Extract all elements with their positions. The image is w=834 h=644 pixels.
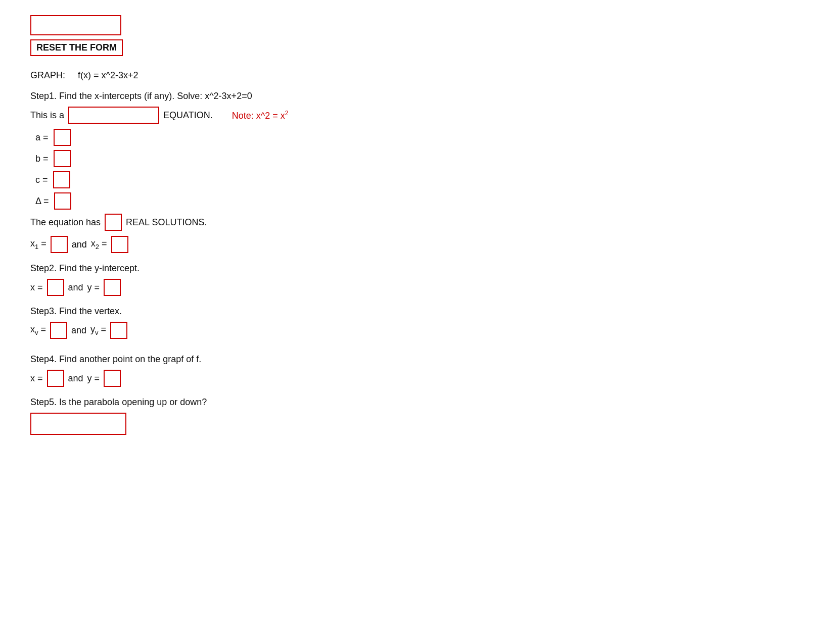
step3-xv-label: xv = [30, 324, 46, 336]
step1-title: Step1. Find the x-intercepts (if any). S… [30, 91, 804, 102]
b-input[interactable] [54, 150, 71, 167]
x1-x2-row: x1 = and x2 = [30, 236, 804, 253]
step3-and-label: and [71, 325, 86, 336]
b-row: b = [35, 150, 804, 167]
b-label: b = [35, 154, 49, 164]
step3-xv-yv-row: xv = and yv = [30, 322, 804, 339]
reset-button[interactable]: RESET THE FORM [30, 39, 123, 56]
this-is-a-label: This is a [30, 110, 64, 121]
note-label: Note: x^2 = x2 [232, 110, 289, 121]
step2-and-label: and [68, 282, 83, 293]
note-sup: 2 [285, 110, 289, 117]
c-row: c = [35, 171, 804, 188]
delta-label: Δ = [35, 196, 49, 207]
x2-input[interactable] [111, 236, 128, 253]
reset-input-field[interactable] [30, 15, 121, 35]
a-row: a = [35, 129, 804, 146]
x1-label: x1 = [30, 238, 47, 251]
step4-x-label: x = [30, 373, 43, 384]
and1-label: and [72, 239, 87, 250]
equation-label: EQUATION. [163, 110, 213, 121]
x1-input[interactable] [51, 236, 68, 253]
a-input[interactable] [54, 129, 71, 146]
step4-and-label: and [68, 373, 83, 384]
real-solutions-row: The equation has REAL SOLUTIONS. [30, 214, 804, 231]
equation-type-row: This is a EQUATION. Note: x^2 = x2 [30, 107, 804, 124]
delta-input[interactable] [54, 192, 71, 210]
equation-type-input[interactable] [68, 107, 159, 124]
a-label: a = [35, 132, 49, 143]
step5-answer-input[interactable] [30, 413, 126, 435]
real-solutions-label: REAL SOLUTIONS. [126, 217, 207, 228]
step2-x-input[interactable] [47, 279, 64, 296]
step3-yv-label: yv = [90, 324, 106, 336]
step4-xy-row: x = and y = [30, 370, 804, 387]
step3-yv-input[interactable] [110, 322, 127, 339]
delta-row: Δ = [35, 192, 804, 210]
x2-label: x2 = [91, 238, 107, 251]
step2-title: Step2. Find the y-intercept. [30, 263, 804, 274]
step2-xy-row: x = and y = [30, 279, 804, 296]
graph-prefix: GRAPH: [30, 70, 65, 80]
step4-y-input[interactable] [104, 370, 121, 387]
step4-y-label: y = [87, 373, 100, 384]
variables-block: a = b = c = Δ = [35, 129, 804, 210]
graph-label: GRAPH: f(x) = x^2-3x+2 [30, 70, 804, 81]
step5-title: Step5. Is the parabola opening up or dow… [30, 397, 804, 408]
c-label: c = [35, 175, 48, 185]
step4-title: Step4. Find another point on the grapf o… [30, 354, 804, 365]
step2-x-label: x = [30, 282, 43, 293]
step4-x-input[interactable] [47, 370, 64, 387]
step3-xv-input[interactable] [50, 322, 67, 339]
graph-function: f(x) = x^2-3x+2 [78, 70, 138, 80]
solutions-count-input[interactable] [105, 214, 122, 231]
step2-y-label: y = [87, 282, 100, 293]
step3-title: Step3. Find the vertex. [30, 306, 804, 317]
step2-y-input[interactable] [104, 279, 121, 296]
c-input[interactable] [53, 171, 70, 188]
has-label: The equation has [30, 217, 101, 228]
